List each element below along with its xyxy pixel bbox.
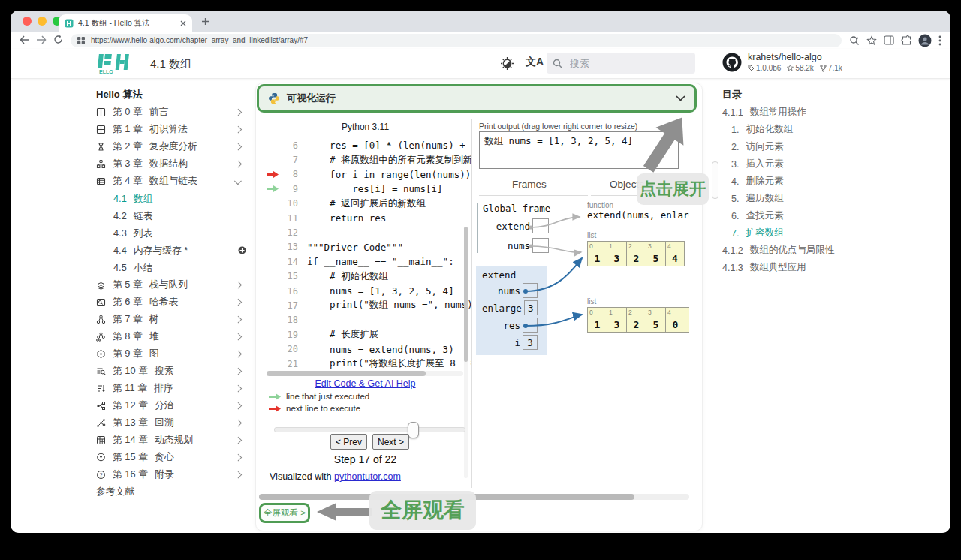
just-executed-arrow-icon <box>267 185 280 192</box>
new-tab-button[interactable] <box>201 17 209 26</box>
tab-close-icon[interactable] <box>180 20 186 26</box>
lens-search-icon[interactable] <box>849 35 860 46</box>
visualized-with: Visualized with pythontutor.com <box>270 471 401 482</box>
extensions-puzzle-icon[interactable] <box>901 35 911 46</box>
edit-code-link[interactable]: Edit Code & Get AI Help <box>259 378 471 389</box>
sidebar-item-ch14[interactable]: 第 14 章动态规划 <box>96 432 246 449</box>
list-cell-clipped <box>685 307 689 333</box>
sidebar-item-ch5[interactable]: 第 5 章栈与队列 <box>96 276 246 294</box>
sidebar-item-ch11[interactable]: 第 11 章排序 <box>96 380 246 397</box>
content-scrollbar-thumb[interactable] <box>712 161 718 199</box>
extend-frame: extend nums enlarge3 res i3 <box>476 266 547 355</box>
prev-button[interactable]: < Prev <box>330 434 367 450</box>
forward-icon[interactable] <box>33 34 50 47</box>
toc-item-7-active[interactable]: 7.扩容数组 <box>722 224 895 242</box>
sidebar-item-4-2[interactable]: 4.2链表 <box>96 207 246 224</box>
sidebar-item-ch7[interactable]: 第 7 章树 <box>96 311 246 328</box>
toc-item-3[interactable]: 3.插入元素 <box>722 155 895 173</box>
code-line: 18 <box>267 313 471 327</box>
side-panel-icon[interactable] <box>884 35 894 45</box>
sidebar-item-ch0[interactable]: 第 0 章前言 <box>96 104 246 121</box>
site-header: ELLO 4.1 数组 文A <box>11 49 950 79</box>
repo-name: krahets/hello-algo <box>748 52 842 62</box>
minimize-window-button[interactable] <box>38 17 47 26</box>
hourglass-icon <box>96 141 107 152</box>
sidebar-item-ch9[interactable]: 第 9 章图 <box>96 345 246 363</box>
slider-thumb[interactable] <box>408 422 419 438</box>
site-info-icon[interactable] <box>77 36 86 45</box>
sidebar-item-ch10[interactable]: 第 10 章搜索 <box>96 363 246 380</box>
close-window-button[interactable] <box>23 17 32 26</box>
sidebar-item-ch3[interactable]: 第 3 章数据结构 <box>96 155 246 173</box>
browser-tab[interactable]: 4.1 数组 - Hello 算法 <box>59 14 192 32</box>
toc-item-5[interactable]: 5.遍历数组 <box>722 190 895 207</box>
chevron-down-icon[interactable] <box>676 95 685 101</box>
toc-item-4[interactable]: 4.删除元素 <box>722 173 895 190</box>
hash-table-icon <box>96 297 107 308</box>
star-icon <box>787 65 794 71</box>
svg-text:ELLO: ELLO <box>99 69 113 74</box>
github-repo-link[interactable]: krahets/hello-algo 1.0.0b6 58.2k 7.1k <box>722 52 842 72</box>
list-cell: 35 <box>646 241 665 266</box>
list-cell: 01 <box>587 307 607 333</box>
code-line: 19 # 长度扩展 <box>267 327 471 342</box>
sidebar-item-4-4[interactable]: 4.4内存与缓存 * <box>96 242 246 259</box>
sidebar-item-4-3[interactable]: 4.3列表 <box>96 224 246 242</box>
sidebar-item-ch16[interactable]: ? 第 16 章附录 <box>96 466 246 483</box>
browser-menu-icon[interactable] <box>938 35 941 46</box>
code-vertical-scrollbar[interactable] <box>464 227 468 478</box>
toc-item-4-1-2[interactable]: 4.1.2数组的优点与局限性 <box>722 242 895 259</box>
fullscreen-button[interactable]: 全屏观看 > <box>259 503 310 523</box>
sidebar-item-ch13[interactable]: 第 13 章回溯 <box>96 414 246 432</box>
print-output-label: Print output (drag lower right corner to… <box>479 122 637 131</box>
sidebar-item-ch15[interactable]: 第 15 章贪心 <box>96 449 246 466</box>
toc-item-1[interactable]: 1.初始化数组 <box>722 121 895 138</box>
theme-toggle-icon[interactable] <box>500 56 514 71</box>
list-cell: 44 <box>665 241 685 266</box>
legend-just-executed: line that just executed <box>268 392 369 401</box>
hello-algo-logo[interactable]: ELLO <box>96 53 132 74</box>
refresh-icon[interactable] <box>50 34 66 47</box>
search-box[interactable] <box>547 53 695 74</box>
sidebar-title: Hello 算法 <box>96 86 246 104</box>
viz-panel-header[interactable]: 可视化运行 <box>257 84 697 113</box>
toc-item-4-1-3[interactable]: 4.1.3数组典型应用 <box>722 259 895 276</box>
code-line: 11 return res <box>267 211 471 225</box>
code-listing: 6 res = [0] * (len(nums) + enlarge) 7 # … <box>267 138 471 371</box>
sidebar-item-ch6[interactable]: 第 6 章哈希表 <box>96 294 246 311</box>
toc-item-4-1-1[interactable]: 4.1.1数组常用操作 <box>722 104 895 121</box>
toc-item-6[interactable]: 6.查找元素 <box>722 207 895 224</box>
bookmark-star-icon[interactable] <box>866 35 877 46</box>
graph-icon <box>96 348 107 360</box>
python-tutor-frame: Python 3.11 6 res = [0] * (len(nums) + e… <box>259 114 689 494</box>
search-input[interactable] <box>568 57 676 70</box>
next-button[interactable]: Next > <box>372 434 409 450</box>
left-arrow-annotation-icon <box>315 501 374 522</box>
toc-title: 目录 <box>722 86 895 104</box>
back-icon[interactable] <box>17 34 33 47</box>
pythontutor-link[interactable]: pythontutor.com <box>334 471 401 482</box>
step-slider[interactable] <box>274 422 464 437</box>
translate-icon[interactable]: 文A <box>526 56 544 69</box>
sidebar-item-ch12[interactable]: 第 12 章分治 <box>96 397 246 414</box>
array-table-icon <box>96 176 107 187</box>
sidebar-item-ch2[interactable]: 第 2 章复杂度分析 <box>96 138 246 155</box>
ref-box <box>532 218 549 233</box>
ref-box <box>532 238 549 253</box>
svg-text:?: ? <box>99 471 102 478</box>
code-horizontal-scrollbar[interactable] <box>267 371 463 376</box>
sidebar-item-ch8[interactable]: 第 8 章堆 <box>96 328 246 345</box>
sidebar-item-ch1[interactable]: 第 1 章初识算法 <box>96 121 246 138</box>
address-bar[interactable]: https://www.hello-algo.com/chapter_array… <box>71 34 842 47</box>
sidebar-item-ch4[interactable]: 第 4 章数组与链表 <box>96 173 246 190</box>
sidebar-item-references[interactable]: 参考文献 <box>96 483 246 501</box>
page: 4.1 数组 - Hello 算法 <box>0 0 961 560</box>
extend-frame-title: extend <box>482 269 547 281</box>
language-label: Python 3.11 <box>259 122 471 132</box>
greedy-heart-icon <box>96 452 107 463</box>
toc-item-2[interactable]: 2.访问元素 <box>722 138 895 155</box>
profile-avatar[interactable] <box>918 34 932 47</box>
sidebar-item-4-1[interactable]: 4.1数组 <box>96 190 246 207</box>
code-line: 8 for i in range(len(nums)): <box>267 167 471 182</box>
sidebar-item-4-5[interactable]: 4.5小结 <box>96 259 246 276</box>
